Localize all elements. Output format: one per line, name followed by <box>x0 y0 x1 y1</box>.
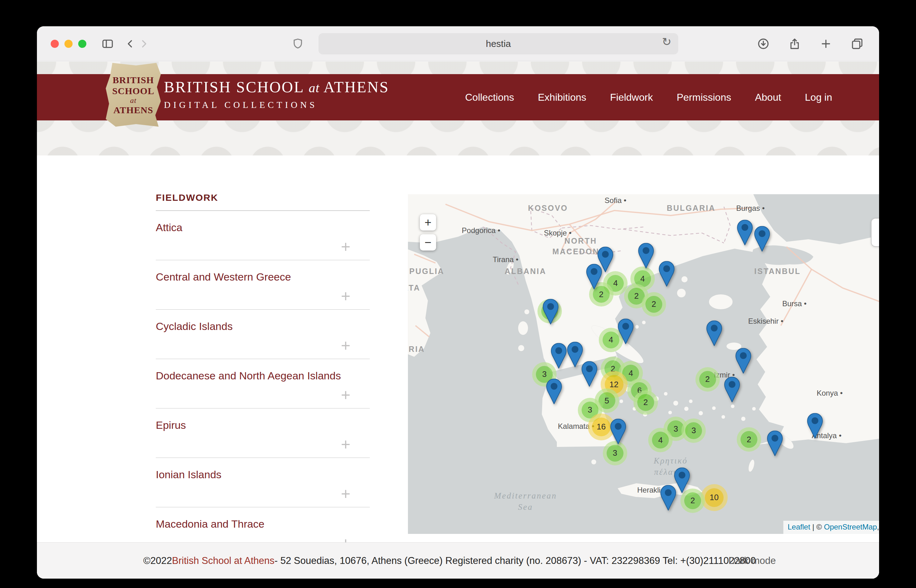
tab-overview-icon[interactable] <box>850 37 864 51</box>
footer-bsa-link[interactable]: British School at Athens <box>172 555 275 566</box>
map-pin-marker[interactable] <box>737 220 753 246</box>
map-pin-marker[interactable] <box>754 226 770 252</box>
map-pin-marker[interactable] <box>543 299 559 325</box>
map-cluster-marker[interactable]: 4 <box>603 331 619 349</box>
map-pin-marker[interactable] <box>611 418 626 444</box>
map-pin-marker[interactable] <box>661 485 676 510</box>
nav-about[interactable]: About <box>755 92 781 103</box>
cluster-count: 16 <box>596 422 606 431</box>
traffic-light-zoom[interactable] <box>78 40 86 48</box>
expand-plus-icon[interactable]: + <box>156 436 370 453</box>
map-pin-marker[interactable] <box>807 413 823 439</box>
cluster-count: 2 <box>634 291 638 301</box>
main-nav: CollectionsExhibitionsFieldworkPermissio… <box>465 74 832 120</box>
site-subtitle: DIGITAL COLLECTIONS <box>164 100 389 110</box>
accordion-label[interactable]: Cycladic Islands <box>156 320 370 333</box>
map-cluster-marker[interactable]: 4 <box>607 275 624 292</box>
map-cluster-marker[interactable]: 2 <box>645 296 662 313</box>
reload-icon[interactable]: ↻ <box>662 36 671 48</box>
map-zoom-control: + − <box>420 214 436 254</box>
map-download-button[interactable] <box>871 218 879 247</box>
back-icon[interactable] <box>123 37 137 51</box>
map-pin-marker[interactable] <box>582 361 597 387</box>
map-cluster-marker[interactable]: 2 <box>628 288 645 305</box>
map-cluster-marker[interactable]: 3 <box>582 402 598 418</box>
attribution-link-openstreetmap[interactable]: OpenStreetMap <box>824 523 877 531</box>
fieldwork-accordion: Attica+Central and Western Greece+Cyclad… <box>156 211 370 542</box>
map-cluster-marker[interactable]: 16 <box>592 418 611 436</box>
cluster-count: 4 <box>628 368 633 378</box>
map-cluster-marker[interactable]: 3 <box>685 422 702 439</box>
site-masthead: BRITISH SCHOOL at ATHENS BRITISH SCHOOL … <box>37 61 879 155</box>
map-pin-marker[interactable] <box>638 243 654 269</box>
nav-exhibitions[interactable]: Exhibitions <box>538 92 586 103</box>
zoom-out-button[interactable]: − <box>420 234 436 250</box>
map-pin-marker[interactable] <box>724 377 740 402</box>
accordion-label[interactable]: Macedonia and Thrace <box>156 518 370 530</box>
downloads-icon[interactable] <box>756 37 770 51</box>
expand-plus-icon[interactable]: + <box>156 238 370 255</box>
browser-toolbar: hestia ↻ <box>37 26 879 61</box>
map-cluster-marker[interactable]: 12 <box>605 375 624 394</box>
dark-mode-toggle[interactable]: Dark mode <box>728 555 776 566</box>
footer-copyright-prefix: ©2022 <box>143 555 172 566</box>
map-pin-marker[interactable] <box>706 320 722 346</box>
accordion-label[interactable]: Epirus <box>156 419 370 431</box>
expand-plus-icon[interactable]: + <box>156 535 370 542</box>
share-icon[interactable] <box>788 37 801 51</box>
map-cluster-marker[interactable]: 2 <box>740 431 758 448</box>
nav-permissions[interactable]: Permissions <box>677 92 731 103</box>
cluster-count: 10 <box>709 493 719 502</box>
nav-fieldwork[interactable]: Fieldwork <box>610 92 653 103</box>
accordion-label[interactable]: Attica <box>156 221 370 234</box>
zoom-in-button[interactable]: + <box>420 214 436 231</box>
accordion-item-macedonia-and-thrace: Macedonia and Thrace+ <box>156 507 370 542</box>
accordion-label[interactable]: Dodecanese and North Aegean Islands <box>156 370 370 382</box>
map-pin-marker[interactable] <box>618 319 633 344</box>
map-cluster-marker[interactable]: 5 <box>598 392 616 409</box>
new-tab-icon[interactable] <box>819 37 833 51</box>
cluster-count: 4 <box>658 435 662 445</box>
map-cluster-marker[interactable]: 3 <box>607 445 624 462</box>
address-bar[interactable]: hestia ↻ <box>318 33 678 55</box>
cluster-count: 2 <box>643 397 648 407</box>
map-cluster-marker[interactable]: 4 <box>652 431 669 449</box>
map-pin-marker[interactable] <box>674 468 690 493</box>
accordion-label[interactable]: Central and Western Greece <box>156 271 370 283</box>
map-pin-marker[interactable] <box>767 430 783 456</box>
map-pin-marker[interactable] <box>551 343 567 368</box>
map-cluster-marker[interactable]: 4 <box>622 365 639 381</box>
map-pin-marker[interactable] <box>586 264 602 289</box>
map-cluster-marker[interactable]: 4 <box>634 270 651 287</box>
traffic-light-minimize[interactable] <box>65 40 73 48</box>
map-cluster-marker[interactable]: 2 <box>684 492 701 509</box>
attribution-link-leaflet[interactable]: Leaflet <box>788 523 810 531</box>
cluster-count: 2 <box>747 435 751 444</box>
map-cluster-marker[interactable]: 2 <box>637 394 654 411</box>
map-pin-marker[interactable] <box>567 342 583 367</box>
expand-plus-icon[interactable]: + <box>156 288 370 305</box>
traffic-light-close[interactable] <box>51 40 59 48</box>
expand-plus-icon[interactable]: + <box>156 337 370 354</box>
download-tray-icon <box>878 225 879 239</box>
map-cluster-marker[interactable]: 2 <box>699 371 716 388</box>
map-cluster-marker[interactable]: 10 <box>705 488 724 507</box>
map-pin-marker[interactable] <box>735 348 751 373</box>
site-footer: ©2022 British School at Athens - 52 Soue… <box>37 542 879 578</box>
fieldwork-map[interactable]: KOSOVOBULGARIANORTH MACEDONIAALBANIAISTA… <box>408 194 879 534</box>
forward-icon[interactable] <box>137 37 151 51</box>
bsa-logo[interactable]: BRITISH SCHOOL at ATHENS <box>106 63 161 127</box>
sidebar-toggle-icon[interactable] <box>101 37 115 51</box>
attribution-text: , © <box>877 523 879 531</box>
map-pin-marker[interactable] <box>546 378 562 404</box>
expand-plus-icon[interactable]: + <box>156 386 370 404</box>
nav-collections[interactable]: Collections <box>465 92 514 103</box>
expand-plus-icon[interactable]: + <box>156 485 370 502</box>
map-cluster-marker[interactable]: 2 <box>604 360 621 377</box>
accordion-item-cycladic-islands: Cycladic Islands+ <box>156 310 370 359</box>
nav-log-in[interactable]: Log in <box>805 92 832 103</box>
map-cluster-marker[interactable]: 3 <box>667 420 684 437</box>
accordion-label[interactable]: Ionian Islands <box>156 468 370 481</box>
map-pin-marker[interactable] <box>659 261 674 286</box>
map-attribution: Leaflet | © OpenStreetMap, © CARTO <box>784 521 879 534</box>
